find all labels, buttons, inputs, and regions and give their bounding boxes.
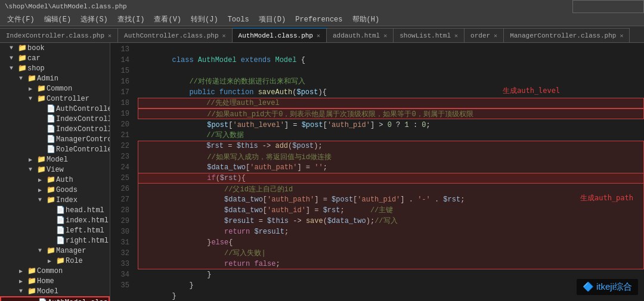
sidebar-item-common[interactable]: ▶ 📁 Common bbox=[0, 83, 110, 94]
code-line-19: $post['auth_level'] = $post['auth_pid'] … bbox=[138, 108, 644, 119]
menu-file[interactable]: 文件(F) bbox=[2, 13, 39, 26]
sidebar-item-role-folder[interactable]: ▶ 📁 Role bbox=[0, 256, 110, 266]
file-icon: 📄 bbox=[47, 135, 56, 144]
menu-find[interactable]: 查找(I) bbox=[113, 13, 150, 26]
tab-authcontroller[interactable]: AuthController.class.php ✕ bbox=[118, 28, 232, 42]
chevron-down-icon: ▼ bbox=[38, 247, 47, 254]
sidebar-item-model2[interactable]: ▼ 📁 Model bbox=[0, 286, 110, 296]
tab-addauth[interactable]: addauth.html ✕ bbox=[327, 28, 394, 42]
chevron-down-icon: ▼ bbox=[10, 55, 18, 61]
code-line-16: public function saveAuth($post){ bbox=[138, 76, 644, 87]
code-content[interactable]: class AuthModel extends Model { //对传递过来的… bbox=[133, 43, 644, 301]
code-line-24: if($rst){ bbox=[138, 162, 644, 173]
main-layout: ▼ 📁 book ▼ 📁 car ▼ 📁 shop ▼ 📁 Admin bbox=[0, 43, 644, 301]
chevron-down-icon: ▼ bbox=[29, 166, 37, 173]
menu-bar: 文件(F) 编辑(E) 选择(S) 查找(I) 查看(V) 转到(J) Tool… bbox=[0, 13, 644, 26]
watermark-icon: 🔷 bbox=[583, 281, 594, 291]
code-line-34: } bbox=[138, 269, 644, 280]
folder-icon: 📁 bbox=[27, 287, 37, 296]
file-icon: 📄 bbox=[38, 298, 48, 301]
sidebar-item-index-html[interactable]: ▶ 📄 index.html bbox=[0, 215, 110, 225]
sidebar-item-head-html[interactable]: ▶ 📄 head.html bbox=[0, 205, 110, 215]
annotation-authpath: 生成auth_path bbox=[580, 193, 633, 203]
chevron-right-icon: ▶ bbox=[19, 268, 27, 275]
sidebar-item-index-folder[interactable]: ▼ 📁 Index bbox=[0, 195, 110, 205]
tab-close-authcontroller[interactable]: ✕ bbox=[222, 32, 226, 39]
title-bar: \shop\Model\AuthModel.class.php ─ □ ✕ bbox=[0, 0, 644, 13]
sidebar[interactable]: ▼ 📁 book ▼ 📁 car ▼ 📁 shop ▼ 📁 Admin bbox=[0, 43, 110, 301]
sidebar-item-admin[interactable]: ▼ 📁 Admin bbox=[0, 73, 110, 83]
file-icon: 📄 bbox=[47, 104, 56, 113]
sidebar-item-authmodel-selected[interactable]: ▶ 📄 AuthModel.class.php bbox=[0, 296, 110, 301]
sidebar-item-rolecontroller-file[interactable]: ▶ 📄 RoleController.class.php bbox=[0, 144, 110, 154]
code-line-28: $result = $this -> save($data_two);//写入 bbox=[138, 205, 644, 216]
code-line-31: //写入失败| ➜ bbox=[138, 237, 644, 248]
menu-preferences[interactable]: Preferences bbox=[290, 14, 347, 25]
file-icon: 📄 bbox=[56, 226, 66, 235]
folder-icon: 📁 bbox=[37, 94, 47, 103]
tab-close-indexcontroller[interactable]: ✕ bbox=[108, 32, 112, 39]
sidebar-item-common2[interactable]: ▶ 📁 Common bbox=[0, 266, 110, 276]
menu-select[interactable]: 选择(S) bbox=[76, 13, 113, 26]
folder-icon: 📁 bbox=[18, 44, 27, 52]
folder-icon: 📁 bbox=[37, 165, 47, 174]
sidebar-item-book[interactable]: ▼ 📁 book bbox=[0, 43, 110, 53]
folder-icon: 📁 bbox=[37, 84, 47, 93]
code-line-32: return false; bbox=[138, 248, 644, 259]
folder-icon: 📁 bbox=[18, 64, 27, 73]
sidebar-item-indexcontroller-file2[interactable]: ▶ 📄 IndexController.class.php bbox=[0, 124, 110, 134]
sidebar-item-managercontroller-file[interactable]: ▶ 📄 ManagerController.class bbox=[0, 134, 110, 144]
sidebar-item-shop[interactable]: ▼ 📁 shop bbox=[0, 63, 110, 73]
file-icon: 📄 bbox=[47, 125, 56, 134]
chevron-down-icon: ▼ bbox=[29, 95, 37, 102]
sidebar-item-right-html[interactable]: ▶ 📄 right.html bbox=[0, 235, 110, 246]
sidebar-item-home[interactable]: ▶ 📁 Home bbox=[0, 276, 110, 286]
sidebar-item-model-folder[interactable]: ▶ 📁 Model bbox=[0, 154, 110, 165]
code-line-29: return $result; bbox=[138, 216, 644, 226]
sidebar-item-indexcontroller-file[interactable]: ▶ 📄 IndexController.class.php bbox=[0, 114, 110, 124]
tab-authmodel[interactable]: AuthModel.class.php ✕ bbox=[233, 28, 327, 42]
menu-project[interactable]: 项目(D) bbox=[254, 13, 291, 26]
sidebar-item-authcontroller-file[interactable]: ▶ 📄 AuthController.class.php bbox=[0, 104, 110, 114]
tab-indexcontroller[interactable]: IndexController.class.php ✕ bbox=[0, 28, 118, 42]
chevron-down-icon: ▼ bbox=[19, 75, 27, 82]
sidebar-item-view-folder[interactable]: ▼ 📁 View bbox=[0, 165, 110, 175]
code-line-30: }else{ bbox=[138, 226, 644, 237]
menu-help[interactable]: 帮助(H) bbox=[348, 13, 385, 26]
menu-edit[interactable]: 编辑(E) bbox=[39, 13, 76, 26]
chevron-down-icon: ▼ bbox=[19, 288, 27, 294]
folder-icon: 📁 bbox=[37, 155, 47, 164]
folder-icon: 📁 bbox=[56, 256, 66, 265]
menu-view[interactable]: 查看(V) bbox=[149, 13, 186, 26]
sidebar-item-controller[interactable]: ▼ 📁 Controller bbox=[0, 94, 110, 104]
tab-close-order[interactable]: ✕ bbox=[494, 32, 497, 39]
tab-showlist[interactable]: showList.html ✕ bbox=[394, 28, 465, 42]
sidebar-item-auth-folder[interactable]: ▶ 📁 Auth bbox=[0, 175, 110, 185]
chevron-right-icon: ▶ bbox=[38, 176, 47, 184]
tab-bar: IndexController.class.php ✕ AuthControll… bbox=[0, 26, 644, 43]
code-line-27: $data_two['auth_id'] = $rst; //主键 bbox=[138, 194, 644, 205]
tab-order[interactable]: order ✕ bbox=[465, 28, 504, 42]
folder-icon: 📁 bbox=[47, 196, 56, 204]
code-line-33: } bbox=[138, 259, 644, 269]
tab-close-addauth[interactable]: ✕ bbox=[383, 32, 387, 39]
tab-close-managercontroller[interactable]: ✕ bbox=[620, 32, 623, 39]
chevron-down-icon: ▼ bbox=[10, 65, 18, 72]
menu-goto[interactable]: 转到(J) bbox=[186, 13, 223, 26]
menu-tools[interactable]: Tools bbox=[223, 14, 254, 25]
folder-icon: 📁 bbox=[27, 277, 37, 286]
sidebar-item-manager-folder[interactable]: ▼ 📁 Manager bbox=[0, 246, 110, 256]
search-box[interactable] bbox=[572, 0, 644, 13]
chevron-right-icon: ▶ bbox=[19, 278, 27, 285]
sidebar-item-left-html[interactable]: ▶ 📄 left.html bbox=[0, 225, 110, 235]
tab-managercontroller[interactable]: ManagerController.class.php ✕ bbox=[504, 28, 630, 42]
code-editor[interactable]: 13 14 15 16 17 18 19 20 21 22 23 24 25 2… bbox=[110, 43, 644, 301]
tab-close-showlist[interactable]: ✕ bbox=[454, 32, 458, 39]
code-line-25: //父id连上自己的id bbox=[138, 173, 644, 184]
file-icon: 📄 bbox=[47, 145, 56, 154]
code-line-35: } bbox=[138, 280, 644, 291]
sidebar-item-goods-folder[interactable]: ▶ 📁 Goods bbox=[0, 185, 110, 195]
tab-close-authmodel[interactable]: ✕ bbox=[317, 32, 320, 39]
file-icon: 📄 bbox=[47, 114, 56, 123]
sidebar-item-car[interactable]: ▼ 📁 car bbox=[0, 53, 110, 63]
